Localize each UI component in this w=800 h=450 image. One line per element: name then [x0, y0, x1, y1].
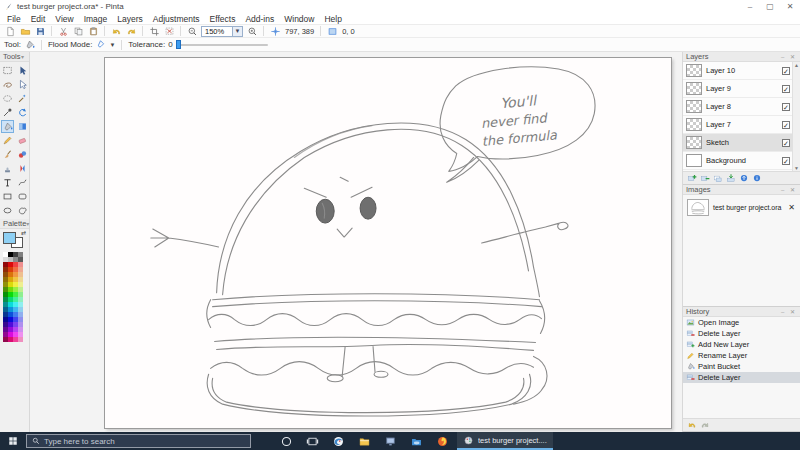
tool-pan[interactable]	[16, 106, 29, 119]
history-panel-controls[interactable]: – ✕	[781, 308, 797, 315]
tool-clone-stamp[interactable]	[1, 162, 14, 175]
layer-row-background[interactable]: Background✓	[683, 152, 800, 170]
tool-ellipse[interactable]	[1, 204, 14, 217]
pc-monitor-icon[interactable]	[379, 432, 401, 450]
new-button[interactable]	[3, 25, 17, 37]
menu-view[interactable]: View	[50, 14, 78, 24]
crop-to-selection-button[interactable]	[147, 25, 161, 37]
search-icon	[32, 437, 40, 445]
menu-adjustments[interactable]: Adjustments	[148, 14, 205, 24]
menu-edit[interactable]: Edit	[26, 14, 51, 24]
flood-mode-dropdown-arrow[interactable]: ▼	[109, 42, 115, 48]
cortana-icon[interactable]	[275, 432, 297, 450]
maximize-button[interactable]: ▢	[760, 0, 780, 13]
tool-gradient[interactable]	[16, 120, 29, 133]
tool-move-selection[interactable]	[16, 64, 29, 77]
layer-row-sketch[interactable]: Sketch✓	[683, 134, 800, 152]
open-button[interactable]	[18, 25, 32, 37]
firefox-icon[interactable]	[431, 432, 453, 450]
tool-rectangle-select[interactable]	[1, 64, 14, 77]
layer-visibility-checkbox[interactable]: ✓	[782, 67, 790, 75]
history-item-paint-bucket[interactable]: Paint Bucket	[683, 361, 800, 372]
toolbar-separator	[263, 26, 264, 36]
tool-color-replace[interactable]	[16, 162, 29, 175]
taskbar-active-task[interactable]: test burger project....	[457, 432, 553, 450]
taskbar-search-input[interactable]: Type here to search	[26, 434, 251, 448]
save-button[interactable]	[33, 25, 47, 37]
image-close-icon[interactable]: ✕	[788, 203, 796, 212]
menu-layers[interactable]: Layers	[112, 14, 148, 24]
tool-text[interactable]	[1, 176, 14, 189]
tool-pencil[interactable]	[1, 134, 14, 147]
tool-move-selected[interactable]	[16, 78, 29, 91]
history-item-rename-layer[interactable]: Rename Layer	[683, 350, 800, 361]
tool-rounded-rectangle[interactable]	[16, 190, 29, 203]
layer-visibility-checkbox[interactable]: ✓	[782, 139, 790, 147]
zoom-out-button[interactable]	[185, 25, 199, 37]
swap-colors-icon[interactable]: ⇄	[21, 229, 26, 236]
close-button[interactable]: ✕	[780, 0, 800, 13]
edge-icon[interactable]	[327, 432, 349, 450]
undo-button[interactable]	[109, 25, 123, 37]
history-item-label: Delete Layer	[698, 373, 741, 382]
history-item-delete-layer[interactable]: Delete Layer	[683, 328, 800, 339]
history-redo-icon[interactable]	[700, 420, 710, 430]
canvas[interactable]: You'll never find the formula	[104, 57, 672, 429]
history-item-delete-layer[interactable]: Delete Layer	[683, 372, 800, 383]
layer-row-layer-9[interactable]: Layer 9✓	[683, 80, 800, 98]
copy-button[interactable]	[71, 25, 85, 37]
images-panel-controls[interactable]: – ✕	[781, 186, 797, 193]
layer-visibility-checkbox[interactable]: ✓	[782, 121, 790, 129]
title-bar: test burger project.ora* - Pinta – ▢ ✕	[0, 0, 800, 13]
tool-eraser[interactable]	[16, 134, 29, 147]
tool-color-picker[interactable]	[1, 106, 14, 119]
tolerance-slider[interactable]	[176, 40, 268, 49]
menu-effects[interactable]: Effects	[205, 14, 241, 24]
onedrive-folder-icon[interactable]	[405, 432, 427, 450]
tool-rectangle[interactable]	[1, 190, 14, 203]
paste-button[interactable]	[86, 25, 100, 37]
zoom-level-select[interactable]: 150% ▼	[201, 26, 243, 37]
file-explorer-icon[interactable]	[353, 432, 375, 450]
layer-visibility-checkbox[interactable]: ✓	[782, 103, 790, 111]
cut-button[interactable]	[56, 25, 70, 37]
layers-panel-controls[interactable]: – ✕	[781, 53, 797, 60]
right-dock: Layers – ✕ Layer 10✓Layer 9✓Layer 8✓Laye…	[682, 52, 800, 432]
menu-help[interactable]: Help	[319, 14, 346, 24]
layer-visibility-checkbox[interactable]: ✓	[782, 85, 790, 93]
menu-file[interactable]: File	[2, 14, 26, 24]
task-view-icon[interactable]	[301, 432, 323, 450]
layers-scrollbar[interactable]: ▲▼	[792, 62, 800, 171]
tools-panel-collapse-icon[interactable]: ▾	[21, 53, 26, 60]
menu-addins[interactable]: Add-ins	[240, 14, 279, 24]
tool-paint-bucket[interactable]	[1, 120, 14, 133]
zoom-in-button[interactable]	[245, 25, 259, 37]
history-item-add-new-layer[interactable]: Add New Layer	[683, 339, 800, 350]
zoom-dropdown-arrow[interactable]: ▼	[232, 27, 242, 36]
tool-lasso-select[interactable]	[1, 78, 14, 91]
primary-color-swatch[interactable]	[3, 232, 16, 244]
tolerance-slider-handle[interactable]	[176, 40, 181, 49]
layer-row-layer-8[interactable]: Layer 8✓	[683, 98, 800, 116]
palette-swatch-71[interactable]	[18, 337, 23, 342]
toolbar-separator	[142, 26, 143, 36]
tool-line-curve[interactable]	[16, 176, 29, 189]
redo-button[interactable]	[124, 25, 138, 37]
flood-mode-icon[interactable]	[95, 39, 106, 50]
tool-paintbrush[interactable]	[1, 148, 14, 161]
deselect-button[interactable]	[162, 25, 176, 37]
tool-magic-wand[interactable]	[16, 92, 29, 105]
minimize-button[interactable]: –	[740, 0, 760, 13]
layer-visibility-checkbox[interactable]: ✓	[782, 157, 790, 165]
layer-row-layer-7[interactable]: Layer 7✓	[683, 116, 800, 134]
image-list-item[interactable]: test burger project.ora ✕	[683, 195, 800, 219]
history-item-open-image[interactable]: Open Image	[683, 317, 800, 328]
history-undo-icon[interactable]	[687, 420, 697, 430]
layer-row-layer-10[interactable]: Layer 10✓	[683, 62, 800, 80]
start-button[interactable]	[0, 432, 26, 450]
tool-freeform-shape[interactable]	[16, 204, 29, 217]
menu-window[interactable]: Window	[279, 14, 319, 24]
menu-image[interactable]: Image	[79, 14, 113, 24]
tool-ellipse-select[interactable]	[1, 92, 14, 105]
tool-recolor[interactable]	[16, 148, 29, 161]
